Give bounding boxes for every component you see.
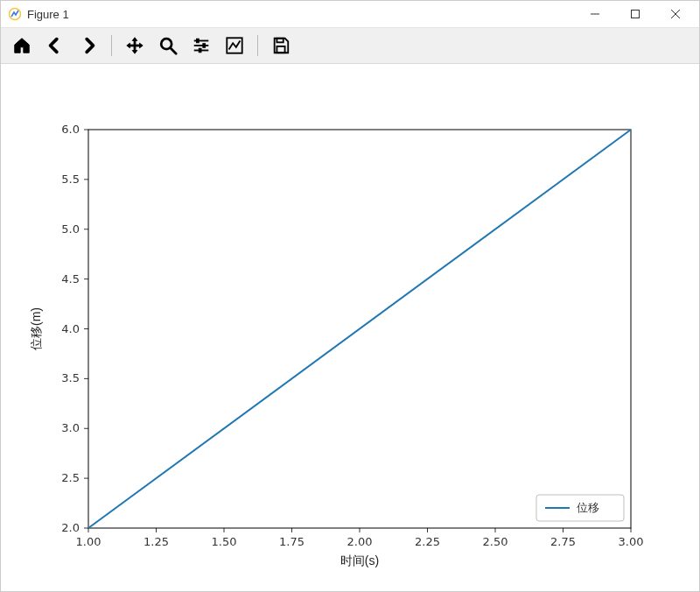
forward-button[interactable] [76,33,101,58]
x-tick-label: 2.25 [415,535,440,548]
legend-label: 位移 [577,501,599,514]
close-icon [671,10,680,18]
back-icon [46,36,65,55]
y-tick-label: 4.5 [61,272,80,285]
figure-window: Figure 1 [0,0,700,592]
x-tick-label: 2.50 [483,535,508,548]
zoom-button[interactable] [156,33,180,58]
y-tick-label: 5.0 [61,222,80,236]
home-icon [12,36,32,55]
svg-rect-2 [632,11,640,18]
minimize-button[interactable] [575,1,615,27]
svg-line-6 [171,48,176,53]
y-tick-label: 3.5 [61,371,80,384]
x-axis-label: 时间(s) [340,553,379,567]
configure-icon [192,36,211,55]
save-button[interactable] [269,33,293,58]
home-button[interactable] [10,33,34,58]
configure-subplots-button[interactable] [189,33,214,58]
toolbar-separator [257,35,258,56]
app-icon [8,7,22,21]
svg-rect-14 [276,39,283,43]
maximize-button[interactable] [615,1,655,27]
x-tick-label: 3.00 [619,535,644,548]
save-icon [271,36,290,55]
pan-button[interactable] [122,33,147,58]
y-tick-label: 5.5 [61,173,80,186]
x-tick-label: 1.50 [212,535,237,548]
minimize-icon [591,10,599,18]
plot-svg: 1.001.251.501.752.002.252.502.753.002.02… [1,64,699,592]
x-tick-label: 2.75 [550,535,576,548]
maximize-icon [631,10,640,18]
y-tick-label: 3.0 [61,421,80,434]
y-axis-label: 位移(m) [29,307,43,350]
window-title: Figure 1 [27,8,69,21]
x-tick-label: 2.00 [347,535,373,548]
x-tick-label: 1.75 [279,535,304,548]
svg-rect-12 [199,48,201,53]
close-button[interactable] [655,1,696,27]
svg-rect-15 [276,46,284,53]
edit-axes-button[interactable] [222,33,247,58]
x-tick-label: 1.25 [144,535,169,548]
x-tick-label: 1.00 [76,535,102,548]
plot-canvas[interactable]: 1.001.251.501.752.002.252.502.753.002.02… [1,64,699,591]
svg-rect-10 [203,44,206,48]
zoom-icon [158,36,178,55]
toolbar-separator [111,35,112,56]
y-tick-label: 4.0 [61,322,80,335]
y-tick-label: 6.0 [61,123,80,136]
axes-edit-icon [225,36,244,55]
pan-icon [125,36,144,55]
forward-icon [79,36,98,55]
y-tick-label: 2.5 [61,471,80,484]
toolbar [1,27,699,64]
svg-rect-8 [197,39,200,43]
y-tick-label: 2.0 [61,521,80,534]
back-button[interactable] [43,33,67,58]
titlebar: Figure 1 [1,1,699,27]
